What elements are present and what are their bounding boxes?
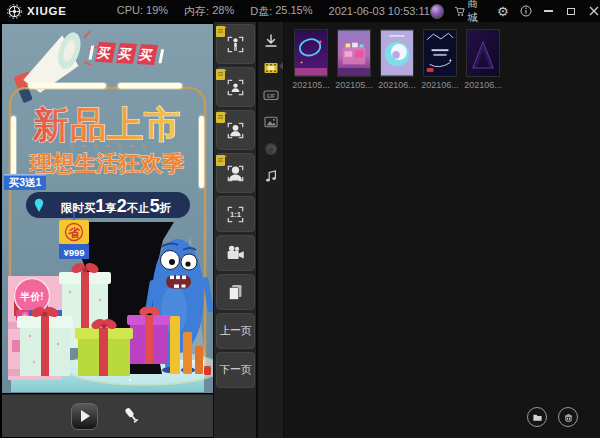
delete-button[interactable] — [558, 407, 578, 427]
memory-label: 内存: — [184, 4, 209, 19]
clip-thumbnail-3[interactable]: 202106... — [380, 29, 414, 90]
next-page-button[interactable]: 下一页 — [216, 352, 255, 388]
open-folder-button[interactable] — [527, 407, 547, 427]
clip-label: 202106... — [421, 80, 459, 90]
play-icon — [81, 410, 90, 422]
copy-pages-button[interactable] — [216, 274, 255, 310]
clip-thumbnail-1[interactable]: 202105... — [294, 29, 328, 90]
cpu-value: 19% — [146, 4, 168, 19]
library-empty-area — [284, 90, 600, 407]
clip-poster-3 — [380, 29, 414, 77]
prev-page-button[interactable]: 上一页 — [216, 313, 255, 349]
play-button[interactable] — [71, 403, 98, 430]
pages-icon — [224, 281, 247, 304]
image-icon — [263, 114, 279, 130]
disk-label: D盘: — [250, 4, 272, 19]
download-button[interactable] — [260, 30, 282, 51]
info-button[interactable] — [519, 4, 532, 18]
preview-panel: 买 买 买 — [0, 22, 213, 438]
tab-video-clips[interactable] — [260, 57, 282, 78]
microphone-icon — [120, 404, 144, 428]
avatar-face-icon — [263, 141, 279, 157]
tab-images[interactable] — [260, 111, 282, 132]
clip-thumbnail-4[interactable]: 202106... — [423, 29, 457, 90]
minimize-button[interactable] — [542, 4, 555, 18]
ratio-1-1-button[interactable]: 1:1 — [216, 196, 255, 232]
svg-text:1:1: 1:1 — [230, 210, 242, 219]
filmstrip-icon — [263, 60, 279, 76]
cart-icon — [454, 5, 465, 17]
media-panel: GIF — [256, 22, 600, 438]
main-area: 买 买 买 — [0, 22, 600, 438]
svg-text:买3送1: 买3送1 — [9, 176, 42, 188]
clip-poster-5 — [466, 29, 500, 77]
corner-badge: 买3送1 — [4, 174, 46, 190]
app-logo: XIUGE — [7, 4, 67, 19]
video-camera-icon — [224, 242, 247, 265]
cpu-stat: CPU: 19% — [117, 4, 168, 19]
clip-thumbnail-2[interactable]: 202105... — [337, 29, 371, 90]
script-badge-icon — [216, 110, 227, 128]
svg-text:省: 省 — [68, 226, 81, 240]
gear-icon: ⚙ — [497, 5, 509, 18]
person-full-icon — [224, 33, 247, 56]
promo-title: 新品上市 — [32, 104, 181, 145]
promo-subtitle: 理想生活狂欢季 — [29, 151, 184, 176]
clock: 2021-06-03 10:53:11 — [329, 5, 430, 17]
shot-face-button[interactable] — [216, 153, 255, 193]
folder-icon — [532, 412, 543, 423]
svg-text:半价!: 半价! — [19, 291, 43, 302]
thumbnail-row: 202105... 202105... — [284, 22, 600, 90]
info-icon — [520, 5, 532, 17]
disk-value: 25.15% — [275, 4, 312, 19]
clip-label: 202106... — [464, 80, 502, 90]
app-window: XIUGE CPU: 19% 内存: 28% D盘: 25.15% 2021-0… — [0, 0, 600, 438]
clip-label: 202106... — [378, 80, 416, 90]
system-stats: CPU: 19% 内存: 28% D盘: 25.15% — [117, 4, 313, 19]
gif-icon: GIF — [263, 87, 279, 103]
media-tab-rail: GIF — [258, 22, 284, 438]
person-face-icon — [224, 162, 247, 185]
script-badge-icon — [216, 67, 227, 85]
buy-banner: 买 买 买 — [88, 42, 164, 66]
clip-thumbnail-5[interactable]: 202106... — [466, 29, 500, 90]
tab-music[interactable] — [260, 165, 282, 186]
microphone-button[interactable] — [120, 404, 144, 428]
tab-gif[interactable]: GIF — [260, 84, 282, 105]
video-camera-button[interactable] — [216, 235, 255, 271]
shot-closeup-button[interactable] — [216, 110, 255, 150]
clip-poster-1 — [294, 29, 328, 77]
preview-canvas[interactable]: 买 买 买 — [2, 24, 213, 393]
user-avatar[interactable] — [430, 4, 444, 19]
active-tab-notch — [279, 62, 283, 70]
minimize-icon — [544, 10, 553, 12]
settings-button[interactable]: ⚙ — [497, 4, 510, 18]
close-button[interactable] — [588, 4, 600, 18]
memory-value: 28% — [212, 4, 234, 19]
library-actions — [284, 407, 600, 438]
tab-avatar[interactable] — [260, 138, 282, 159]
cpu-label: CPU: — [117, 4, 143, 19]
preview-controls — [2, 394, 213, 437]
clip-poster-4 — [423, 29, 457, 77]
clip-label: 202105... — [335, 80, 373, 90]
next-page-label: 下一页 — [220, 363, 252, 377]
titlebar: XIUGE CPU: 19% 内存: 28% D盘: 25.15% 2021-0… — [0, 0, 600, 22]
clip-poster-2 — [337, 29, 371, 77]
music-note-icon — [263, 168, 279, 184]
script-badge-icon — [216, 24, 227, 42]
trash-icon — [563, 412, 574, 423]
shot-full-body-button[interactable] — [216, 24, 255, 64]
prev-page-label: 上一页 — [220, 324, 252, 338]
person-medium-icon — [224, 76, 247, 99]
ratio-frame-icon: 1:1 — [224, 203, 247, 226]
shot-medium-button[interactable] — [216, 67, 255, 107]
maximize-button[interactable] — [565, 4, 578, 18]
clip-label: 202105... — [292, 80, 330, 90]
svg-text:GIF: GIF — [266, 92, 274, 98]
svg-text:¥999: ¥999 — [63, 247, 84, 258]
clip-library: 202105... 202105... — [284, 22, 600, 438]
download-icon — [263, 33, 279, 49]
close-icon — [589, 6, 599, 16]
person-closeup-icon — [224, 119, 247, 142]
